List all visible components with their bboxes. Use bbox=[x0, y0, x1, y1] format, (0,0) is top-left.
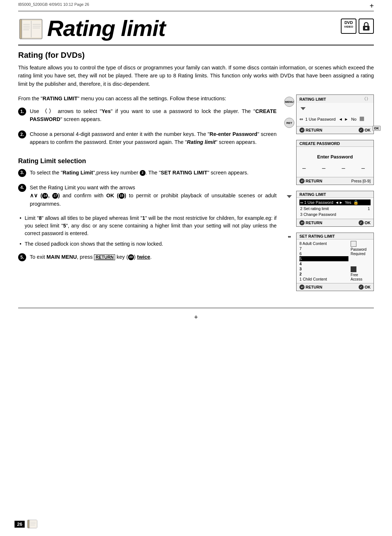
panel4-item-5: 5 bbox=[299, 256, 348, 261]
panel2-enter-label: Enter Password bbox=[299, 150, 371, 161]
ok-circle3-icon: ✓ bbox=[359, 220, 364, 225]
svg-rect-14 bbox=[360, 117, 364, 121]
free-access-box bbox=[351, 266, 356, 272]
step-5: 5. To exit MAIN MENU, press RETURN key (… bbox=[18, 253, 277, 261]
panel1-title: RATING LIMIT bbox=[299, 97, 326, 101]
from-paragraph: From the "RATING LIMIT" menu you can acc… bbox=[18, 94, 277, 102]
section1-heading: Rating (for DVDs) bbox=[18, 51, 374, 60]
panel3-ok-label: OK bbox=[365, 221, 371, 225]
panel4-item-2: 2 bbox=[299, 271, 348, 277]
panel3-row2-val: 1 bbox=[368, 206, 370, 211]
panel3-yes: Yes bbox=[345, 200, 351, 205]
dvd-icon: DVD VIDEO bbox=[341, 19, 356, 34]
panel4-title: SET RATING LIMIT bbox=[299, 234, 335, 238]
return-circle-icon: ↩ bbox=[299, 128, 305, 133]
panel3-return-btn[interactable]: ↩ RETURN bbox=[299, 220, 322, 225]
panel3-row3: 3 Change Password bbox=[299, 212, 371, 217]
page-book-icon bbox=[27, 519, 38, 529]
ok-circle-icon: ✓ bbox=[359, 128, 364, 133]
panel4-item-8: 8 Adult Content bbox=[299, 241, 348, 246]
bullet-2: The closed padlock icon shows that the s… bbox=[20, 240, 277, 248]
panel3-row1-text: 1 Use Password bbox=[304, 200, 333, 205]
panel3-body: ⇔ 1 Use Password ◄► Yes 🔒 2 Set rating l… bbox=[297, 198, 373, 219]
panel1-return-btn[interactable]: ↩ RETURN bbox=[299, 128, 322, 133]
panel4-group: ⇔ SET RATING LIMIT 8 Adult Content 7 6 5 bbox=[284, 233, 374, 294]
panel4-item-7: 7 bbox=[299, 246, 348, 251]
panel2-return-label: RETURN bbox=[306, 179, 322, 183]
bottom-crop-area: + bbox=[18, 314, 374, 321]
panel3-return-label: RETURN bbox=[306, 221, 322, 225]
panel4-body: 8 Adult Content 7 6 5 4 3 2 1 Child Cont… bbox=[297, 239, 373, 283]
return-remote-button[interactable]: RET bbox=[284, 118, 294, 128]
panel3-lock: 🔒 bbox=[353, 200, 359, 205]
panel1-icon-placeholder bbox=[359, 116, 364, 122]
crop-mark-top-right: + bbox=[369, 2, 374, 9]
panel3: RATING LIMIT ⇔ 1 Use Password ◄► Yes 🔒 bbox=[296, 191, 374, 227]
section2-heading: Rating Limit selection bbox=[18, 157, 277, 165]
svg-rect-18 bbox=[30, 520, 37, 528]
page-header: IB5000_5200GB 4/09/01 10:12 Page 26 + bbox=[0, 0, 392, 9]
down-arrow-icon bbox=[299, 105, 307, 112]
page-number-area: 26 bbox=[15, 519, 38, 529]
svg-rect-3 bbox=[20, 19, 22, 39]
panel3-row2: 2 Set rating limit 1 bbox=[299, 206, 371, 211]
panel2: CREATE PASSWORD Enter Password _ _ _ _ ↩… bbox=[296, 140, 374, 185]
bottom-rule bbox=[18, 308, 374, 308]
steps-list-2: 3. To select the "Rating Limit",press ke… bbox=[18, 169, 277, 208]
step-1: 1. Use 〈〉 arrows to select "Yes" if you … bbox=[18, 107, 277, 124]
panel1-row: ⇔ 1 Use Password ◄ ► No bbox=[299, 114, 371, 124]
panel4-item-6: 6 bbox=[299, 251, 348, 256]
lock-icon bbox=[359, 19, 374, 34]
main-title: Rating limit bbox=[47, 17, 166, 40]
return-circle4-icon: ↩ bbox=[299, 285, 305, 290]
panel4-ok-btn[interactable]: ✓ OK bbox=[359, 285, 371, 290]
intro-paragraph: This feature allows you to control the t… bbox=[18, 64, 374, 88]
panel3-down-arrow bbox=[286, 193, 293, 201]
panel3-title: RATING LIMIT bbox=[299, 192, 326, 197]
panel4-right-labels: Password Required Free Access bbox=[351, 241, 371, 282]
panel4-return-label: RETURN bbox=[306, 285, 322, 289]
password-required-group: Password Required bbox=[351, 241, 371, 256]
free-access-label: Free Access bbox=[351, 273, 371, 282]
meta-text: IB5000_5200GB 4/09/01 10:12 Page 26 bbox=[18, 2, 369, 7]
bullet-1: Limit "8" allows all titles to be played… bbox=[20, 214, 277, 237]
ok-circle4-icon: ✓ bbox=[359, 285, 364, 290]
panel2-title: CREATE PASSWORD bbox=[299, 141, 340, 146]
steps-list-1: 1. Use 〈〉 arrows to select "Yes" if you … bbox=[18, 107, 277, 146]
menu-button[interactable]: MENU bbox=[284, 97, 294, 107]
panels-column: MENU RET RATING LIMIT 〈〉 bbox=[284, 94, 374, 297]
panel2-footer: ↩ RETURN Press [0-9] bbox=[297, 177, 373, 185]
panel4-item-3: 3 bbox=[299, 266, 348, 271]
password-req-box bbox=[351, 241, 356, 247]
panel1-arrow-right: ► bbox=[344, 117, 348, 121]
panel4-item-1: 1 Child Content bbox=[299, 277, 348, 282]
panel4-ok-label: OK bbox=[365, 285, 371, 289]
title-area: Rating limit DVD VIDEO bbox=[18, 15, 374, 42]
panel1-arrows-icon: ⇔ bbox=[299, 117, 303, 122]
panel1-footer: ↩ RETURN ✓ OK bbox=[297, 126, 373, 134]
panel4-return-btn[interactable]: ↩ RETURN bbox=[299, 285, 322, 290]
panel1: RATING LIMIT 〈〉 ⇔ 1 Use Password bbox=[296, 94, 374, 134]
panel1-return-label: RETURN bbox=[306, 128, 322, 132]
svg-rect-12 bbox=[365, 27, 367, 29]
panel1-body: ⇔ 1 Use Password ◄ ► No bbox=[297, 103, 373, 126]
rating-limit-ref: RATING LIMIT bbox=[42, 96, 77, 101]
panel1-ok-label: OK bbox=[365, 128, 371, 132]
panel3-group: RATING LIMIT ⇔ 1 Use Password ◄► Yes 🔒 bbox=[284, 191, 374, 230]
panel3-ok-btn[interactable]: ✓ OK bbox=[359, 220, 371, 225]
panel1-use-password: 1 Use Password bbox=[305, 117, 336, 121]
free-access-group: Free Access bbox=[351, 266, 371, 282]
text-column: From the "RATING LIMIT" menu you can acc… bbox=[18, 94, 277, 268]
panel1-ok-btn[interactable]: ✓ OK bbox=[359, 128, 371, 133]
panel4-footer: ↩ RETURN ✓ OK bbox=[297, 283, 373, 291]
panel3-footer: ↩ RETURN ✓ OK bbox=[297, 219, 373, 226]
book-icon bbox=[18, 16, 44, 42]
panel1-remote-controls: MENU RET bbox=[284, 94, 295, 128]
panel4-item-4: 4 bbox=[299, 261, 348, 266]
panel2-press-label: Press [0-9] bbox=[351, 179, 371, 183]
panel2-return-btn[interactable]: ↩ RETURN bbox=[299, 178, 322, 184]
bullet-list: Limit "8" allows all titles to be played… bbox=[18, 214, 277, 248]
title-divider bbox=[18, 45, 374, 45]
panel4-list: 8 Adult Content 7 6 5 4 3 2 1 Child Cont… bbox=[299, 241, 348, 282]
crop-mark-bottom: + bbox=[194, 314, 198, 321]
